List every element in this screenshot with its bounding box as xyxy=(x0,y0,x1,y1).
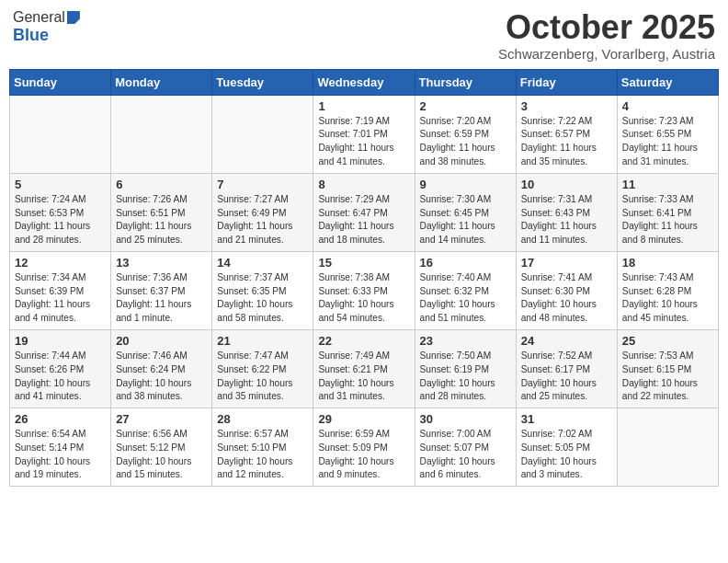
logo: General Blue xyxy=(13,9,80,45)
day-info: Sunrise: 7:30 AM Sunset: 6:45 PM Dayligh… xyxy=(420,193,511,247)
day-number: 26 xyxy=(15,412,106,426)
day-number: 5 xyxy=(15,178,106,191)
day-info: Sunrise: 7:47 AM Sunset: 6:22 PM Dayligh… xyxy=(217,350,308,404)
day-number: 4 xyxy=(622,99,713,113)
day-number: 21 xyxy=(217,334,308,348)
calendar-day-9: 9Sunrise: 7:30 AM Sunset: 6:45 PM Daylig… xyxy=(415,173,516,251)
calendar-day-31: 31Sunrise: 7:02 AM Sunset: 5:05 PM Dayli… xyxy=(516,408,617,487)
day-info: Sunrise: 6:54 AM Sunset: 5:14 PM Dayligh… xyxy=(15,428,106,482)
day-number: 22 xyxy=(318,334,409,348)
day-info: Sunrise: 7:44 AM Sunset: 6:26 PM Dayligh… xyxy=(15,350,106,404)
calendar-day-28: 28Sunrise: 6:57 AM Sunset: 5:10 PM Dayli… xyxy=(212,408,313,487)
day-number: 15 xyxy=(318,256,409,270)
day-info: Sunrise: 7:53 AM Sunset: 6:15 PM Dayligh… xyxy=(622,350,713,404)
day-info: Sunrise: 7:00 AM Sunset: 5:07 PM Dayligh… xyxy=(420,428,511,482)
day-number: 2 xyxy=(420,99,511,113)
empty-day xyxy=(212,95,313,173)
calendar-day-7: 7Sunrise: 7:27 AM Sunset: 6:49 PM Daylig… xyxy=(212,173,313,251)
day-number: 11 xyxy=(622,178,713,191)
day-number: 25 xyxy=(622,334,713,348)
month-title: October 2025 xyxy=(498,9,715,46)
calendar-day-8: 8Sunrise: 7:29 AM Sunset: 6:47 PM Daylig… xyxy=(313,173,415,251)
calendar-day-20: 20Sunrise: 7:46 AM Sunset: 6:24 PM Dayli… xyxy=(111,329,212,408)
day-info: Sunrise: 7:31 AM Sunset: 6:43 PM Dayligh… xyxy=(521,193,612,247)
day-info: Sunrise: 7:41 AM Sunset: 6:30 PM Dayligh… xyxy=(521,271,612,326)
col-header-saturday: Saturday xyxy=(617,69,718,95)
day-number: 31 xyxy=(521,412,612,426)
calendar-week-row: 1Sunrise: 7:19 AM Sunset: 7:01 PM Daylig… xyxy=(10,95,719,173)
day-number: 20 xyxy=(116,334,207,348)
day-info: Sunrise: 7:52 AM Sunset: 6:17 PM Dayligh… xyxy=(521,350,612,404)
day-info: Sunrise: 7:22 AM Sunset: 6:57 PM Dayligh… xyxy=(521,115,612,169)
day-number: 6 xyxy=(116,178,207,191)
empty-day xyxy=(617,408,718,487)
calendar-day-17: 17Sunrise: 7:41 AM Sunset: 6:30 PM Dayli… xyxy=(516,251,617,329)
day-number: 27 xyxy=(116,412,207,426)
col-header-wednesday: Wednesday xyxy=(313,69,415,95)
day-number: 30 xyxy=(420,412,511,426)
calendar-day-25: 25Sunrise: 7:53 AM Sunset: 6:15 PM Dayli… xyxy=(617,329,718,408)
day-number: 13 xyxy=(116,256,207,270)
calendar-day-5: 5Sunrise: 7:24 AM Sunset: 6:53 PM Daylig… xyxy=(10,173,111,251)
calendar-day-19: 19Sunrise: 7:44 AM Sunset: 6:26 PM Dayli… xyxy=(10,329,111,408)
calendar-day-22: 22Sunrise: 7:49 AM Sunset: 6:21 PM Dayli… xyxy=(313,329,415,408)
day-info: Sunrise: 7:26 AM Sunset: 6:51 PM Dayligh… xyxy=(116,193,207,247)
col-header-friday: Friday xyxy=(516,69,617,95)
calendar-day-2: 2Sunrise: 7:20 AM Sunset: 6:59 PM Daylig… xyxy=(415,95,516,173)
calendar-week-row: 5Sunrise: 7:24 AM Sunset: 6:53 PM Daylig… xyxy=(10,173,719,251)
day-info: Sunrise: 7:29 AM Sunset: 6:47 PM Dayligh… xyxy=(318,193,409,247)
day-number: 18 xyxy=(622,256,713,270)
day-info: Sunrise: 7:40 AM Sunset: 6:32 PM Dayligh… xyxy=(420,271,511,326)
empty-day xyxy=(10,95,111,173)
day-number: 23 xyxy=(420,334,511,348)
day-info: Sunrise: 7:27 AM Sunset: 6:49 PM Dayligh… xyxy=(217,193,308,247)
calendar-day-4: 4Sunrise: 7:23 AM Sunset: 6:55 PM Daylig… xyxy=(617,95,718,173)
day-number: 16 xyxy=(420,256,511,270)
calendar-day-6: 6Sunrise: 7:26 AM Sunset: 6:51 PM Daylig… xyxy=(111,173,212,251)
day-info: Sunrise: 7:43 AM Sunset: 6:28 PM Dayligh… xyxy=(622,271,713,326)
day-info: Sunrise: 7:20 AM Sunset: 6:59 PM Dayligh… xyxy=(420,115,511,169)
calendar-day-24: 24Sunrise: 7:52 AM Sunset: 6:17 PM Dayli… xyxy=(516,329,617,408)
col-header-thursday: Thursday xyxy=(415,69,516,95)
title-block: October 2025 Schwarzenberg, Vorarlberg, … xyxy=(498,9,715,62)
day-number: 14 xyxy=(217,256,308,270)
day-number: 3 xyxy=(521,99,612,113)
calendar-table: SundayMondayTuesdayWednesdayThursdayFrid… xyxy=(9,69,719,488)
calendar-day-30: 30Sunrise: 7:00 AM Sunset: 5:07 PM Dayli… xyxy=(415,408,516,487)
page-header: General Blue October 2025 Schwarzenberg,… xyxy=(9,9,719,62)
day-info: Sunrise: 6:59 AM Sunset: 5:09 PM Dayligh… xyxy=(318,428,409,482)
calendar-day-15: 15Sunrise: 7:38 AM Sunset: 6:33 PM Dayli… xyxy=(313,251,415,329)
day-number: 19 xyxy=(15,334,106,348)
day-info: Sunrise: 6:56 AM Sunset: 5:12 PM Dayligh… xyxy=(116,428,207,482)
logo-blue-text: Blue xyxy=(13,26,49,45)
calendar-week-row: 19Sunrise: 7:44 AM Sunset: 6:26 PM Dayli… xyxy=(10,329,719,408)
col-header-tuesday: Tuesday xyxy=(212,69,313,95)
day-number: 28 xyxy=(217,412,308,426)
col-header-sunday: Sunday xyxy=(10,69,111,95)
day-info: Sunrise: 7:49 AM Sunset: 6:21 PM Dayligh… xyxy=(318,350,409,404)
calendar-day-21: 21Sunrise: 7:47 AM Sunset: 6:22 PM Dayli… xyxy=(212,329,313,408)
calendar-day-14: 14Sunrise: 7:37 AM Sunset: 6:35 PM Dayli… xyxy=(212,251,313,329)
calendar-day-12: 12Sunrise: 7:34 AM Sunset: 6:39 PM Dayli… xyxy=(10,251,111,329)
calendar-day-29: 29Sunrise: 6:59 AM Sunset: 5:09 PM Dayli… xyxy=(313,408,415,487)
calendar-header-row: SundayMondayTuesdayWednesdayThursdayFrid… xyxy=(10,69,719,95)
day-info: Sunrise: 6:57 AM Sunset: 5:10 PM Dayligh… xyxy=(217,428,308,482)
calendar-day-27: 27Sunrise: 6:56 AM Sunset: 5:12 PM Dayli… xyxy=(111,408,212,487)
logo-icon xyxy=(67,11,80,24)
calendar-week-row: 26Sunrise: 6:54 AM Sunset: 5:14 PM Dayli… xyxy=(10,408,719,487)
calendar-day-23: 23Sunrise: 7:50 AM Sunset: 6:19 PM Dayli… xyxy=(415,329,516,408)
day-info: Sunrise: 7:33 AM Sunset: 6:41 PM Dayligh… xyxy=(622,193,713,247)
day-info: Sunrise: 7:38 AM Sunset: 6:33 PM Dayligh… xyxy=(318,271,409,326)
calendar-day-16: 16Sunrise: 7:40 AM Sunset: 6:32 PM Dayli… xyxy=(415,251,516,329)
day-number: 8 xyxy=(318,178,409,191)
day-info: Sunrise: 7:36 AM Sunset: 6:37 PM Dayligh… xyxy=(116,271,207,326)
day-info: Sunrise: 7:19 AM Sunset: 7:01 PM Dayligh… xyxy=(318,115,409,169)
calendar-day-1: 1Sunrise: 7:19 AM Sunset: 7:01 PM Daylig… xyxy=(313,95,415,173)
day-info: Sunrise: 7:24 AM Sunset: 6:53 PM Dayligh… xyxy=(15,193,106,247)
day-info: Sunrise: 7:02 AM Sunset: 5:05 PM Dayligh… xyxy=(521,428,612,482)
day-number: 7 xyxy=(217,178,308,191)
location: Schwarzenberg, Vorarlberg, Austria xyxy=(498,46,715,62)
calendar-week-row: 12Sunrise: 7:34 AM Sunset: 6:39 PM Dayli… xyxy=(10,251,719,329)
day-number: 9 xyxy=(420,178,511,191)
day-info: Sunrise: 7:23 AM Sunset: 6:55 PM Dayligh… xyxy=(622,115,713,169)
